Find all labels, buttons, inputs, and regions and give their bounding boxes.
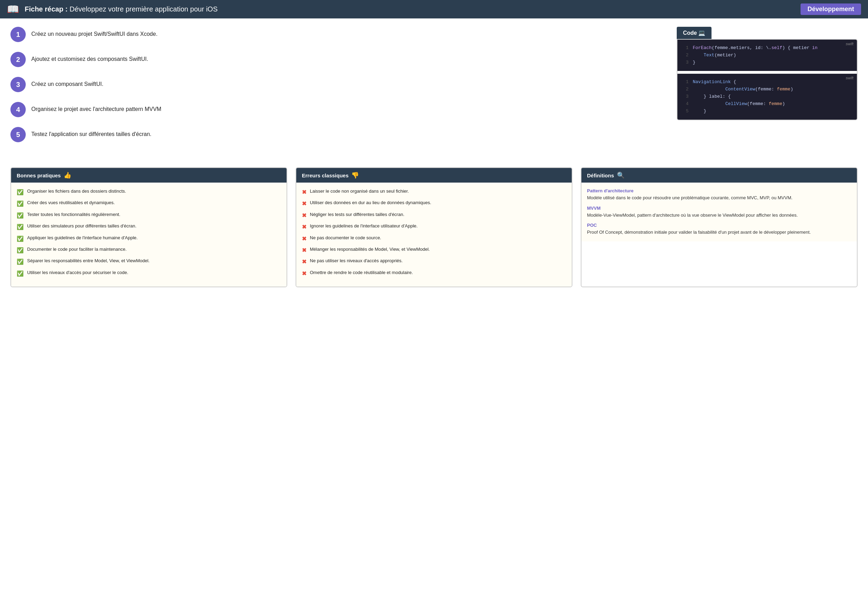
step-number-1: 1 bbox=[11, 27, 26, 42]
definitions-title: Définitions bbox=[587, 172, 614, 178]
step-number-4: 4 bbox=[11, 102, 26, 117]
list-item: ✅ Séparer les responsabilités entre Mode… bbox=[17, 258, 281, 266]
code-header-label: Code 💻 bbox=[677, 27, 711, 39]
check-icon: ✅ bbox=[17, 235, 24, 243]
list-item: ✅ Créer des vues réutilisables et dynami… bbox=[17, 200, 281, 208]
category-badge: Développement bbox=[801, 3, 861, 15]
step-number-5: 5 bbox=[11, 127, 26, 142]
bonnes-pratiques-header: Bonnes pratiques 👍 bbox=[11, 168, 287, 183]
list-item: ✅ Utiliser des simulateurs pour différen… bbox=[17, 223, 281, 231]
list-item: ✅ Appliquer les guidelines de l'interfac… bbox=[17, 235, 281, 243]
step-text-1: Créez un nouveau projet Swift/SwiftUI da… bbox=[31, 27, 158, 38]
line-num: 2 bbox=[683, 52, 688, 59]
definitions-panel: Définitions 🔍 Pattern d'architecture Mod… bbox=[581, 167, 857, 287]
line-num: 4 bbox=[683, 101, 688, 108]
erreurs-classiques-title: Erreurs classiques bbox=[302, 172, 349, 178]
definitions-header: Définitions 🔍 bbox=[581, 168, 857, 183]
line-num: 2 bbox=[683, 86, 688, 93]
steps-section: 1 Créez un nouveau projet Swift/SwiftUI … bbox=[11, 27, 666, 152]
cross-icon: ✖ bbox=[302, 188, 306, 196]
code-block-1: swift 1 ForEach(femme.metiers, id: \.sel… bbox=[677, 40, 857, 71]
step-number-3: 3 bbox=[11, 77, 26, 92]
code-block-2: swift 1 NavigationLink { 2 ContentView(f… bbox=[677, 74, 857, 120]
list-item: ✅ Organiser les fichiers dans des dossie… bbox=[17, 188, 281, 196]
bottom-section: Bonnes pratiques 👍 ✅ Organiser les fichi… bbox=[0, 160, 868, 298]
bonnes-pratiques-panel: Bonnes pratiques 👍 ✅ Organiser les fichi… bbox=[11, 167, 287, 287]
book-icon: 📖 bbox=[7, 3, 19, 15]
definition-term-3: POC bbox=[587, 223, 851, 228]
cross-icon: ✖ bbox=[302, 223, 306, 231]
page-title: Fiche récap : Développez votre première … bbox=[25, 5, 218, 13]
erreurs-classiques-header: Erreurs classiques 👎 bbox=[296, 168, 572, 183]
check-icon: ✅ bbox=[17, 223, 24, 231]
bonnes-pratiques-title: Bonnes pratiques bbox=[17, 172, 61, 178]
list-item: ✅ Tester toutes les fonctionnalités régu… bbox=[17, 211, 281, 219]
step-4: 4 Organisez le projet avec l'architectur… bbox=[11, 102, 666, 117]
step-5: 5 Testez l'application sur différentes t… bbox=[11, 127, 666, 142]
code-gap bbox=[677, 71, 857, 74]
step-text-5: Testez l'application sur différentes tai… bbox=[31, 127, 152, 138]
main-content: 1 Créez un nouveau projet Swift/SwiftUI … bbox=[0, 19, 868, 160]
check-icon: ✅ bbox=[17, 258, 24, 266]
list-item: ✖ Négliger les tests sur différentes tai… bbox=[302, 211, 566, 219]
cross-icon: ✖ bbox=[302, 258, 306, 266]
check-icon: ✅ bbox=[17, 212, 24, 219]
list-item: ✖ Ne pas documenter le code source. bbox=[302, 235, 566, 243]
list-item: ✖ Omettre de rendre le code réutilisable… bbox=[302, 270, 566, 278]
definition-desc-3: Proof Of Concept, démonstration initiale… bbox=[587, 229, 851, 236]
cross-icon: ✖ bbox=[302, 247, 306, 254]
thumbs-down-icon: 👎 bbox=[351, 171, 359, 179]
magnifier-icon: 🔍 bbox=[617, 171, 625, 179]
check-icon: ✅ bbox=[17, 188, 24, 196]
step-text-4: Organisez le projet avec l'architecture … bbox=[31, 102, 161, 113]
cross-icon: ✖ bbox=[302, 200, 306, 208]
definitions-body: Pattern d'architecture Modèle utilisé da… bbox=[581, 183, 857, 241]
page-header: 📖 Fiche récap : Développez votre premièr… bbox=[0, 0, 868, 19]
list-item: ✖ Ignorer les guidelines de l'interface … bbox=[302, 223, 566, 231]
list-item: ✖ Utiliser des données en dur au lieu de… bbox=[302, 200, 566, 208]
list-item: ✅ Documenter le code pour faciliter la m… bbox=[17, 246, 281, 254]
definition-desc-1: Modèle utilisé dans le code pour résoudr… bbox=[587, 194, 851, 201]
cross-icon: ✖ bbox=[302, 235, 306, 243]
code-lines-1: 1 ForEach(femme.metiers, id: \.self) { m… bbox=[683, 45, 851, 66]
list-item: ✅ Utiliser les niveaux d'accès pour sécu… bbox=[17, 270, 281, 278]
bonnes-pratiques-body: ✅ Organiser les fichiers dans des dossie… bbox=[11, 183, 287, 287]
line-num: 3 bbox=[683, 59, 688, 67]
step-1: 1 Créez un nouveau projet Swift/SwiftUI … bbox=[11, 27, 666, 42]
line-num: 5 bbox=[683, 108, 688, 115]
list-item: ✖ Ne pas utiliser les niveaux d'accès ap… bbox=[302, 258, 566, 266]
step-text-2: Ajoutez et customisez des composants Swi… bbox=[31, 52, 148, 63]
line-num: 3 bbox=[683, 93, 688, 101]
definition-term-1: Pattern d'architecture bbox=[587, 188, 851, 193]
line-num: 1 bbox=[683, 45, 688, 52]
check-icon: ✅ bbox=[17, 247, 24, 254]
step-text-3: Créez un composant SwiftUI. bbox=[31, 77, 103, 88]
list-item: ✖ Mélanger les responsabilités de Model,… bbox=[302, 246, 566, 254]
step-number-2: 2 bbox=[11, 52, 26, 67]
cross-icon: ✖ bbox=[302, 212, 306, 219]
definition-term-2: MVVM bbox=[587, 205, 851, 211]
step-2: 2 Ajoutez et customisez des composants S… bbox=[11, 52, 666, 67]
check-icon: ✅ bbox=[17, 200, 24, 208]
line-num: 1 bbox=[683, 79, 688, 86]
code-lang-2: swift bbox=[846, 76, 853, 80]
list-item: ✖ Laisser le code non organisé dans un s… bbox=[302, 188, 566, 196]
check-icon: ✅ bbox=[17, 270, 24, 278]
code-section: Code 💻 swift 1 ForEach(femme.metiers, id… bbox=[677, 27, 857, 152]
code-lines-2: 1 NavigationLink { 2 ContentView(femme: … bbox=[683, 79, 851, 115]
thumbs-up-icon: 👍 bbox=[64, 171, 71, 179]
code-lang-1: swift bbox=[846, 42, 853, 46]
code-container: swift 1 ForEach(femme.metiers, id: \.sel… bbox=[677, 39, 857, 120]
definition-desc-2: Modèle-Vue-ViewModel, pattern d'architec… bbox=[587, 212, 851, 219]
step-3: 3 Créez un composant SwiftUI. bbox=[11, 77, 666, 92]
cross-icon: ✖ bbox=[302, 270, 306, 278]
erreurs-classiques-panel: Erreurs classiques 👎 ✖ Laisser le code n… bbox=[296, 167, 572, 287]
erreurs-classiques-body: ✖ Laisser le code non organisé dans un s… bbox=[296, 183, 572, 287]
